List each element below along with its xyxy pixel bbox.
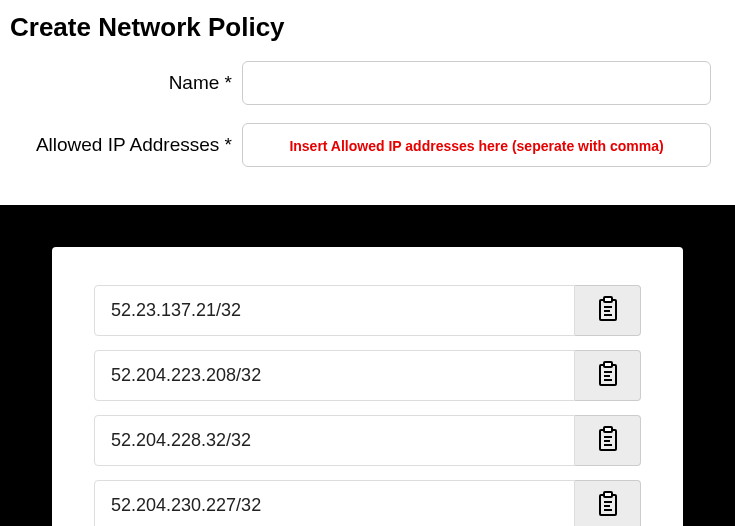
name-label: Name * (10, 72, 242, 94)
create-policy-form: Create Network Policy Name * Allowed IP … (0, 0, 735, 205)
page-title: Create Network Policy (10, 12, 725, 43)
ip-value: 52.23.137.21/32 (94, 285, 575, 336)
ip-value: 52.204.228.32/32 (94, 415, 575, 466)
svg-rect-6 (604, 362, 612, 367)
copy-button[interactable] (575, 415, 641, 466)
form-row-allowed-ips: Allowed IP Addresses * (10, 123, 725, 167)
form-row-name: Name * (10, 61, 725, 105)
copy-button[interactable] (575, 285, 641, 336)
list-item: 52.204.228.32/32 (94, 415, 641, 466)
clipboard-icon (596, 425, 620, 456)
svg-rect-16 (604, 492, 612, 497)
list-item: 52.204.223.208/32 (94, 350, 641, 401)
name-input[interactable] (242, 61, 711, 105)
ip-value: 52.204.223.208/32 (94, 350, 575, 401)
clipboard-icon (596, 295, 620, 326)
svg-rect-1 (604, 297, 612, 302)
clipboard-icon (596, 360, 620, 391)
copy-button[interactable] (575, 480, 641, 526)
ip-value: 52.204.230.227/32 (94, 480, 575, 526)
list-item: 52.23.137.21/32 (94, 285, 641, 336)
list-item: 52.204.230.227/32 (94, 480, 641, 526)
copy-button[interactable] (575, 350, 641, 401)
allowed-ips-label: Allowed IP Addresses * (10, 134, 242, 156)
svg-rect-11 (604, 427, 612, 432)
clipboard-icon (596, 490, 620, 521)
ip-list-section: 52.23.137.21/32 52.204.223.208/32 (0, 205, 735, 526)
allowed-ips-input[interactable] (242, 123, 711, 167)
ip-card: 52.23.137.21/32 52.204.223.208/32 (52, 247, 683, 526)
